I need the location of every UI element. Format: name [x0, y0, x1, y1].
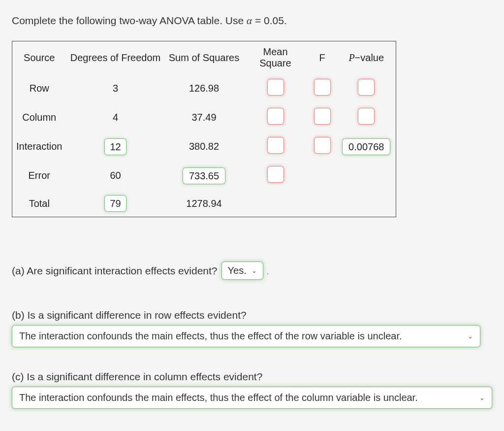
header-p-prefix: P — [348, 52, 354, 63]
interaction-f-input[interactable] — [314, 137, 331, 154]
chevron-down-icon: ⌄ — [252, 267, 257, 274]
instruction-period: . — [284, 15, 287, 26]
total-df-input[interactable]: 79 — [104, 195, 126, 212]
equals: = — [252, 15, 264, 26]
alpha-value: 0.05 — [264, 15, 284, 26]
table-row-column: Column 4 37.49 — [12, 103, 396, 132]
interaction-ms-input[interactable] — [267, 137, 284, 154]
table-row-total: Total 79 1278.94 — [12, 190, 396, 217]
row-ms-input[interactable] — [267, 79, 284, 96]
row-p-input[interactable] — [358, 79, 375, 96]
interaction-df-input[interactable]: 12 — [104, 138, 126, 155]
table-header-row: Source Degrees of Freedom Sum of Squares… — [12, 41, 396, 74]
table-row-interaction: Interaction 12 380.82 0.00768 — [12, 132, 396, 161]
instruction-text: Complete the following two-way ANOVA tab… — [12, 15, 492, 27]
question-c-select[interactable]: The interaction confounds the main effec… — [12, 387, 492, 409]
total-label: Total — [12, 190, 66, 217]
anova-table: Source Degrees of Freedom Sum of Squares… — [12, 41, 396, 217]
error-ms-input[interactable] — [267, 166, 284, 183]
header-p-suffix: −value — [355, 52, 384, 63]
row-ss: 126.98 — [165, 74, 244, 103]
question-b-prompt: (b) Is a significant difference in row e… — [12, 309, 492, 321]
question-c-answer: The interaction confounds the main effec… — [19, 392, 418, 403]
question-b: (b) Is a significant difference in row e… — [12, 309, 492, 347]
question-a-select[interactable]: Yes. ⌄ — [221, 262, 263, 280]
error-df: 60 — [66, 161, 165, 190]
header-pvalue: P−value — [337, 41, 396, 74]
chevron-down-icon: ⌄ — [479, 394, 485, 401]
table-row-error: Error 60 733.65 — [12, 161, 396, 190]
column-df: 4 — [66, 103, 165, 132]
interaction-label: Interaction — [12, 132, 66, 161]
column-f-input[interactable] — [314, 108, 331, 125]
interaction-p-input[interactable]: 0.00768 — [342, 138, 390, 155]
question-a: (a) Are significant interaction effects … — [12, 262, 492, 280]
error-ss-input[interactable]: 733.65 — [183, 167, 225, 184]
instruction-pre: Complete the following two-way ANOVA tab… — [12, 15, 247, 26]
column-ss: 37.49 — [165, 103, 244, 132]
interaction-ss: 380.82 — [165, 132, 244, 161]
error-label: Error — [12, 161, 66, 190]
column-p-input[interactable] — [358, 108, 375, 125]
row-label: Row — [12, 74, 66, 103]
table-row-row: Row 3 126.98 — [12, 74, 396, 103]
question-b-select[interactable]: The interaction confounds the main effec… — [12, 325, 480, 347]
column-label: Column — [12, 103, 66, 132]
alpha-symbol: α — [247, 15, 252, 27]
row-df: 3 — [66, 74, 165, 103]
header-ms: Mean Square — [244, 41, 308, 74]
question-a-trailing-period: . — [266, 265, 269, 277]
chevron-down-icon: ⌄ — [468, 332, 473, 340]
header-df: Degrees of Freedom — [66, 41, 165, 74]
question-c-prompt: (c) Is a significant difference in colum… — [12, 371, 492, 383]
row-f-input[interactable] — [314, 79, 331, 96]
question-a-prompt: (a) Are significant interaction effects … — [12, 265, 218, 277]
question-c: (c) Is a significant difference in colum… — [12, 371, 492, 409]
header-source: Source — [12, 41, 66, 74]
column-ms-input[interactable] — [267, 108, 284, 125]
page-container: Complete the following two-way ANOVA tab… — [0, 0, 504, 431]
total-ss: 1278.94 — [165, 190, 244, 217]
question-b-answer: The interaction confounds the main effec… — [19, 331, 402, 342]
header-f: F — [308, 41, 337, 74]
header-ss: Sum of Squares — [165, 41, 244, 74]
question-a-answer: Yes. — [228, 265, 247, 276]
